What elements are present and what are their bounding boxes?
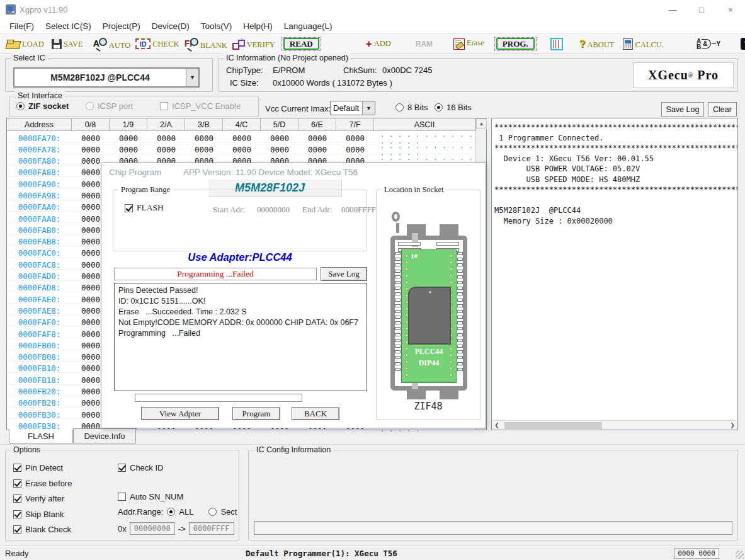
option-skip-blank-checkbox[interactable]: Skip Blank: [13, 510, 72, 519]
chip-arrows-icon: [550, 38, 563, 50]
open-folder-icon: [6, 39, 20, 49]
about-button[interactable]: ? ABOUT: [579, 38, 615, 50]
menu-item[interactable]: Tools(V): [195, 20, 238, 33]
scroll-left-icon[interactable]: ❮: [492, 421, 502, 430]
multi-program-button[interactable]: [550, 38, 563, 50]
back-button[interactable]: BACK: [292, 407, 339, 420]
hex-column-header: 1/9: [110, 118, 147, 131]
vcc-current-combo[interactable]: Default ▼: [330, 101, 375, 115]
addr-range-all-radio[interactable]: ALL: [167, 507, 193, 517]
dialog-progress-bar: [135, 394, 302, 402]
clear-button[interactable]: Clear: [708, 102, 737, 117]
hex-prefix-label: 0x: [118, 524, 127, 534]
logic-gate-button[interactable]: AB & Y: [697, 38, 720, 50]
erase-button[interactable]: Erase: [453, 38, 484, 50]
load-button[interactable]: LOAD: [6, 39, 44, 49]
menu-item[interactable]: Language(L): [278, 20, 338, 33]
dialog-subtitle: APP Version: 11.90 Device Model: XGecu T…: [183, 168, 358, 177]
zif-socket-radio[interactable]: ZIF socket: [16, 101, 69, 111]
pin-column-left: [395, 252, 401, 371]
tv-button[interactable]: TV: [741, 38, 745, 50]
set-interface-label: Set Interface: [15, 91, 65, 100]
option-blank-check-checkbox[interactable]: Blank Check: [13, 525, 72, 534]
log-line: USB POWER VOLTAGE: 05.02V: [494, 164, 736, 174]
range-from-field[interactable]: 00000000: [130, 522, 175, 535]
close-button[interactable]: ×: [716, 0, 745, 19]
auto-sn-num-checkbox[interactable]: Auto SN_NUM: [118, 492, 183, 501]
option-pin-detect-checkbox[interactable]: Pin Detect: [13, 463, 72, 472]
xgecu-pro-logo: XGecu® Pro: [633, 62, 734, 88]
view-adapter-button[interactable]: View Adpter: [141, 407, 219, 420]
dialog-save-log-button[interactable]: Save Log: [321, 267, 367, 281]
hex-column-header: 2/A: [147, 118, 185, 131]
prog-button[interactable]: PROG.: [494, 37, 537, 51]
menu-item[interactable]: Help(H): [237, 20, 278, 33]
auto-button[interactable]: A AUTO: [93, 38, 131, 50]
menu-item[interactable]: Select IC(S): [40, 20, 97, 33]
ic-select-combo[interactable]: M5M28F102J @PLCC44 ▼: [13, 67, 200, 88]
program-button[interactable]: Program: [232, 407, 280, 420]
start-adr-label: Start Adr:: [213, 205, 245, 215]
board-label-dip44: DIP44: [402, 358, 456, 368]
options-group: Options Pin DetectErase beforeVerify aft…: [5, 450, 239, 540]
maximize-button[interactable]: □: [687, 0, 716, 19]
combo-dropdown-icon[interactable]: ▼: [186, 69, 198, 86]
add-button[interactable]: + ADD: [366, 39, 391, 49]
radio-icon: [167, 508, 175, 516]
scroll-right-icon[interactable]: ❯: [727, 421, 737, 430]
tab-flash[interactable]: FLASH: [9, 430, 73, 443]
start-adr-value: 00000000: [257, 205, 290, 215]
dialog-title: Chip Program: [109, 168, 161, 177]
checkbox-icon: [160, 102, 168, 110]
checkbox-icon: [118, 464, 126, 472]
hex-column-header: 4/C: [223, 118, 261, 131]
addr-range-sect-radio[interactable]: Sect: [208, 507, 237, 517]
ram-button[interactable]: RAM: [415, 39, 433, 49]
menu-item[interactable]: File(F): [4, 20, 40, 33]
hex-row[interactable]: 0000FA70:0000000000000000000000000000000…: [7, 131, 475, 142]
window-title: Xgpro v11.90: [20, 5, 67, 14]
dialog-status-text: Programming ...Failed: [177, 269, 254, 279]
save-log-button[interactable]: Save Log: [661, 102, 704, 117]
calculator-button[interactable]: CALCU.: [623, 38, 664, 50]
checkbox-icon: [125, 204, 133, 212]
menu-item[interactable]: Device(D): [146, 20, 195, 33]
8-bits-radio[interactable]: 8 Bits: [395, 103, 428, 112]
end-adr-value: 0000FFFF: [341, 205, 376, 215]
range-to-field[interactable]: 0000FFFF: [189, 522, 234, 535]
blank-button[interactable]: FF BLANK: [185, 38, 227, 50]
minimize-button[interactable]: —: [658, 0, 687, 19]
option-erase-before-checkbox[interactable]: Erase before: [13, 479, 72, 488]
log-line: Memory Size : 0x00020000: [494, 216, 736, 227]
check-id-checkbox[interactable]: Check ID: [118, 463, 163, 472]
select-ic-group: Select IC M5M28F102J @PLCC44 ▼: [5, 58, 213, 92]
combo-dropdown-icon[interactable]: ▼: [362, 101, 375, 115]
icsp-vcc-checkbox[interactable]: ICSP_VCC Enable: [160, 101, 241, 111]
ic-info-label: IC Information (No Project opened): [224, 54, 351, 62]
icsp-port-radio[interactable]: ICSP port: [86, 101, 133, 111]
ic-info-group: IC Information (No Project opened) ChipT…: [218, 58, 738, 92]
16-bits-radio[interactable]: 16 Bits: [435, 103, 472, 112]
tab-device-info[interactable]: Device.Info: [73, 428, 136, 443]
socket-top-tab: [440, 224, 458, 237]
flash-checkbox[interactable]: FLASH: [125, 203, 164, 213]
check-id-button[interactable]: ID CHECK: [135, 38, 179, 49]
save-button[interactable]: SAVE: [52, 39, 83, 49]
radio-icon: [208, 508, 217, 516]
checkbox-icon: [13, 510, 21, 518]
hex-row[interactable]: 0000FA78:0000000000000000000000000000000…: [7, 142, 475, 154]
ram-icon: RAM: [415, 39, 433, 49]
scroll-up-icon[interactable]: ▲: [476, 118, 487, 129]
resize-grip[interactable]: [736, 551, 744, 559]
scrollbar-thumb[interactable]: [504, 422, 602, 429]
board-label-plcc44: PLCC44: [402, 347, 456, 357]
socket-bottom-tab: [440, 388, 458, 399]
verify-button[interactable]: ↘ VERIFY: [232, 38, 275, 50]
hex-column-header: Address: [7, 118, 72, 131]
hex-column-header: 0/8: [72, 118, 110, 131]
read-button[interactable]: READ: [282, 37, 321, 51]
option-verify-after-checkbox[interactable]: Verify after: [13, 494, 72, 503]
program-range-group: Program Range FLASH Start Adr: 00000000 …: [113, 190, 367, 251]
log-horizontal-scrollbar[interactable]: ❮ ❯: [492, 420, 737, 430]
menu-item[interactable]: Project(P): [97, 20, 146, 33]
